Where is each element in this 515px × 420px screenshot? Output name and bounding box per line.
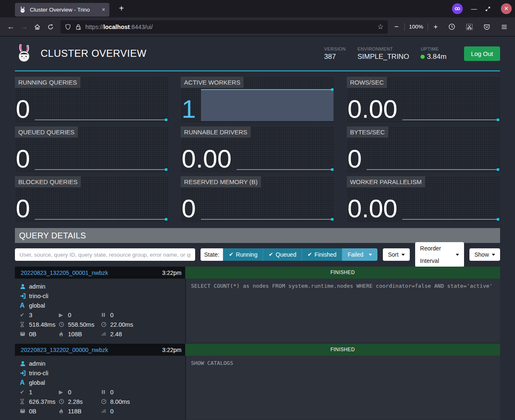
restore-button[interactable] xyxy=(485,6,494,12)
home-icon[interactable] xyxy=(31,20,44,34)
zoom-out-button[interactable]: − xyxy=(391,23,402,31)
scale-icon xyxy=(20,331,29,337)
query-sql-text[interactable]: SHOW CATALOGS xyxy=(185,356,500,420)
pause-icon xyxy=(101,390,110,394)
stat-label: ROWS/SEC xyxy=(347,77,387,88)
version-label: VERSION xyxy=(324,46,346,51)
private-browsing-icon xyxy=(452,3,463,14)
execution-time: 8.00ms xyxy=(101,398,181,405)
environment-value: SIMPLE_TRINO xyxy=(358,53,409,61)
parallelism: 2.48 xyxy=(101,331,181,337)
stat-card-worker-parallelism: WORKER PARALLELISM 0.00 xyxy=(347,176,500,222)
stat-value: 0.00 xyxy=(348,197,398,221)
query-user: admin xyxy=(20,282,181,291)
query-resource-group: Aglobal xyxy=(20,378,181,387)
filter-failed-dropdown[interactable]: Failed xyxy=(342,248,377,261)
status-dot xyxy=(421,55,425,59)
clock-icon xyxy=(59,399,68,404)
gauge-icon xyxy=(101,399,110,404)
filter-queued-button[interactable]: ✔Queued xyxy=(263,248,302,261)
screenshot-icon[interactable] xyxy=(463,20,476,34)
query-times-row: 518.48ms 558.50ms 22.00ms xyxy=(20,320,181,329)
sparkline xyxy=(402,187,499,221)
query-row-body: admin trino-cli Aglobal ✔1 ▶0 0 626.37ms xyxy=(15,356,500,420)
query-row: 20220823_132202_00000_nwbzk 3:22pm FINIS… xyxy=(15,344,500,420)
query-id-bar: 20220823_132202_00000_nwbzk 3:22pm xyxy=(15,344,185,356)
browser-tab[interactable]: Cluster Overview - Trino × xyxy=(15,3,109,17)
logout-button[interactable]: Log Out xyxy=(464,46,500,61)
execution-time: 22.00ms xyxy=(101,321,181,328)
running-splits: ▶0 xyxy=(59,312,101,318)
shield-icon[interactable] xyxy=(65,24,71,30)
hourglass-icon xyxy=(20,322,29,327)
queued-splits: 0 xyxy=(101,389,181,396)
browser-titlebar: Cluster Overview - Trino × + — ✕ xyxy=(0,0,515,17)
query-memory-row: 0B 108B 2.48 xyxy=(20,329,181,339)
stat-label: ACTIVE WORKERS xyxy=(181,77,244,88)
stat-value: 0 xyxy=(16,97,30,121)
url-text[interactable]: https://localhost:8443/ui/ xyxy=(85,24,374,30)
stat-card-bytes-sec: BYTES/SEC 0 xyxy=(347,126,500,172)
version-value: 387 xyxy=(324,53,346,61)
zoom-in-button[interactable]: + xyxy=(430,23,441,31)
query-status-badge: FINISHED xyxy=(185,267,500,279)
reload-icon[interactable] xyxy=(44,20,57,34)
query-id-link[interactable]: 20220823_132205_00001_nwbzk xyxy=(21,269,108,276)
toolbar-icons xyxy=(445,20,511,34)
query-id-link[interactable]: 20220823_132202_00000_nwbzk xyxy=(21,347,108,353)
stat-value: 1 xyxy=(181,97,196,121)
stat-value: 0 xyxy=(348,147,362,171)
uptime-value: 3.84m xyxy=(421,53,446,61)
sparkline xyxy=(35,187,167,221)
menu-hamburger-icon[interactable] xyxy=(498,20,511,34)
zoom-controls: − 100% + xyxy=(391,23,441,31)
query-resource-group: Aglobal xyxy=(20,301,181,310)
version-group: VERSION 387 xyxy=(324,46,346,61)
query-search-input[interactable] xyxy=(15,248,195,261)
query-row-header: 20220823_132202_00000_nwbzk 3:22pm FINIS… xyxy=(15,344,500,356)
query-status-badge: FINISHED xyxy=(185,344,500,356)
query-time: 3:22pm xyxy=(162,347,181,353)
stat-label: RUNNING QUERIES xyxy=(15,77,80,88)
tab-title: Cluster Overview - Trino xyxy=(30,7,99,13)
query-memory-row: 0B 118B 0 xyxy=(20,406,181,416)
close-button[interactable]: ✕ xyxy=(501,3,512,14)
app-header: CLUSTER OVERVIEW VERSION 387 ENVIRONMENT… xyxy=(15,36,500,71)
bars-icon xyxy=(101,332,110,336)
reorder-interval-dropdown[interactable]: Reorder Interval xyxy=(415,242,464,267)
scale-icon xyxy=(20,408,29,414)
stat-card-active-workers: ACTIVE WORKERS 1 xyxy=(181,77,334,122)
sort-dropdown[interactable]: Sort xyxy=(383,248,410,261)
stat-value: 0.00 xyxy=(348,97,398,121)
bookmark-star-icon[interactable]: ☆ xyxy=(377,22,384,31)
lock-warning-icon[interactable] xyxy=(75,24,82,30)
environment-group: ENVIRONMENT SIMPLE_TRINO xyxy=(358,46,409,61)
pocket-icon[interactable] xyxy=(480,20,493,34)
cpu-time: 2.28s xyxy=(59,398,101,405)
peak-memory: 108B xyxy=(59,331,101,337)
new-tab-button[interactable]: + xyxy=(115,2,128,15)
parallelism: 0 xyxy=(101,408,181,415)
stat-label: QUEUED QUERIES xyxy=(15,126,78,138)
back-icon[interactable]: ← xyxy=(4,20,17,34)
history-clock-icon[interactable] xyxy=(445,20,459,34)
stat-label: BLOCKED QUERIES xyxy=(15,176,81,187)
uptime-label: UPTIME xyxy=(421,46,446,51)
url-path: :8443/ui/ xyxy=(130,24,153,30)
zoom-level[interactable]: 100% xyxy=(407,24,425,30)
url-scheme: https:// xyxy=(85,24,104,30)
show-dropdown[interactable]: Show xyxy=(469,248,500,261)
filter-finished-button[interactable]: ✔Finished xyxy=(302,248,342,261)
sparkline xyxy=(35,138,167,171)
stat-card-reserved-memory: RESERVED MEMORY (B) 0 xyxy=(181,176,334,222)
filter-running-button[interactable]: ✔Running xyxy=(223,248,263,261)
stat-card-blocked-queries: BLOCKED QUERIES 0 xyxy=(15,176,168,222)
state-filter-group: State: ✔Running ✔Queued ✔Finished Failed xyxy=(201,248,377,261)
tab-close-icon[interactable]: × xyxy=(102,6,105,13)
query-source: trino-cli xyxy=(20,368,181,378)
sparkline xyxy=(201,187,334,221)
query-sql-text[interactable]: SELECT COUNT(*) as nodes FROM system.run… xyxy=(185,279,500,342)
url-bar[interactable]: https://localhost:8443/ui/ ☆ xyxy=(60,20,388,34)
minimize-button[interactable]: — xyxy=(469,5,479,12)
play-icon: ▶ xyxy=(59,389,68,395)
